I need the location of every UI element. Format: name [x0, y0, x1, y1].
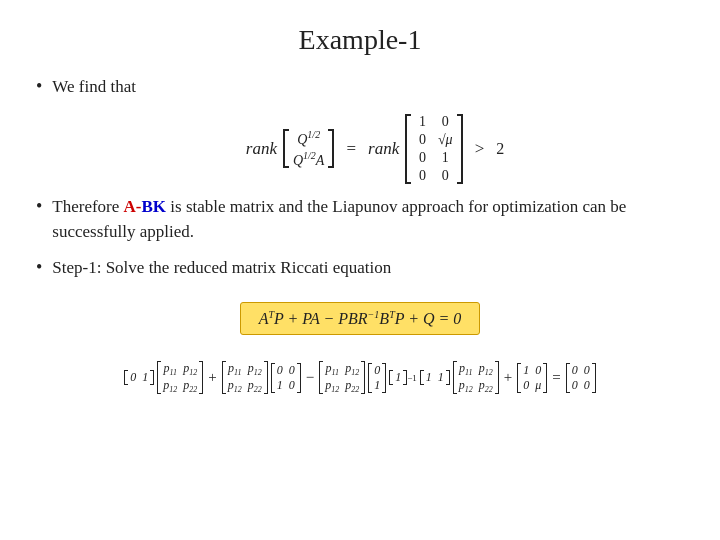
m-00-10: 00 10	[271, 363, 301, 393]
m-1-row: 11	[420, 370, 450, 385]
cell-r4c2: 0	[442, 168, 449, 184]
cell-q-half: Q1/2	[297, 129, 320, 148]
equals-bottom: =	[552, 369, 560, 386]
bullet-1-content: We find that	[52, 74, 136, 100]
cell-r2c1: 0	[419, 132, 426, 148]
equals-sign: =	[346, 139, 356, 159]
cell-r1c2: 0	[442, 114, 449, 130]
bracket-right-2	[457, 114, 463, 184]
cell-r3c2: 1	[442, 150, 449, 166]
cell-r3c1: 0	[419, 150, 426, 166]
bullet-3-content: Step-1: Solve the reduced matrix Riccati…	[52, 255, 391, 281]
m-1mu: 10 0μ	[517, 363, 547, 393]
minus-1: −	[306, 369, 314, 386]
slide: Example-1 • We find that rank Q1/2 Q1/2A…	[0, 0, 720, 540]
m-1-inv: 1 −1	[389, 370, 417, 385]
bullet-3: • Step-1: Solve the reduced matrix Ricca…	[36, 255, 684, 281]
bullet-1: • We find that	[36, 74, 684, 100]
bullet-2-content: Therefore A-BK is stable matrix and the …	[52, 194, 684, 245]
rank-equation: rank Q1/2 Q1/2A = rank 1 0 0 √μ 0 1 0 0	[66, 114, 684, 184]
bullet-3-text: Step-1: Solve the reduced matrix Riccati…	[52, 258, 391, 277]
highlighted-equation: ATP + PA − PBR−1BTP + Q = 0	[240, 302, 481, 335]
bullet-dot-1: •	[36, 76, 42, 97]
bullet-1-text: We find that	[52, 77, 136, 96]
cell-r2c2: √μ	[438, 132, 453, 148]
bullet-2: • Therefore A-BK is stable matrix and th…	[36, 194, 684, 245]
number-two: 2	[496, 140, 504, 158]
plus-2: +	[504, 369, 512, 386]
bullet-dot-3: •	[36, 257, 42, 278]
highlighted-equation-block: ATP + PA − PBR−1BTP + Q = 0	[36, 298, 684, 343]
slide-title: Example-1	[36, 24, 684, 56]
matrix-right-cells: 1 0 0 √μ 0 1 0 0	[415, 114, 452, 184]
bullet-2-before: Therefore	[52, 197, 123, 216]
matrix-left-cells: Q1/2 Q1/2A	[293, 129, 324, 168]
bullet-dot-2: •	[36, 196, 42, 217]
matrix-left: Q1/2 Q1/2A	[283, 129, 334, 168]
m-p2: p11p12 p12p22	[222, 361, 268, 394]
highlight-bk: BK	[142, 197, 167, 216]
bracket-left-2	[405, 114, 411, 184]
m-p1: p11p12 p12p22	[157, 361, 203, 394]
cell-r1c1: 1	[419, 114, 426, 130]
rank-word-2: rank	[368, 139, 399, 159]
m-p3: p11p12 p12p22	[319, 361, 365, 394]
inv-exponent: −1	[407, 373, 417, 383]
m-0-1-col: 0 1	[368, 363, 386, 393]
matrix-right: 1 0 0 √μ 0 1 0 0	[405, 114, 462, 184]
rank-word-1: rank	[246, 139, 277, 159]
greater-than-sign: >	[475, 139, 485, 159]
bottom-matrix-equation: 01 p11p12 p12p22 + p11p12 p12p22	[36, 361, 684, 394]
plus-1: +	[208, 369, 216, 386]
cell-q-half-a: Q1/2A	[293, 150, 324, 169]
cell-r4c1: 0	[419, 168, 426, 184]
bracket-right-1	[328, 129, 334, 168]
m-0-1: 01	[124, 370, 154, 385]
m-p4: p11p12 p12p22	[453, 361, 499, 394]
eq-AT: ATP + PA − PBR−1BTP + Q = 0	[259, 310, 462, 327]
m-zeros: 00 00	[566, 363, 596, 393]
bracket-left-1	[283, 129, 289, 168]
highlight-a: A	[124, 197, 136, 216]
